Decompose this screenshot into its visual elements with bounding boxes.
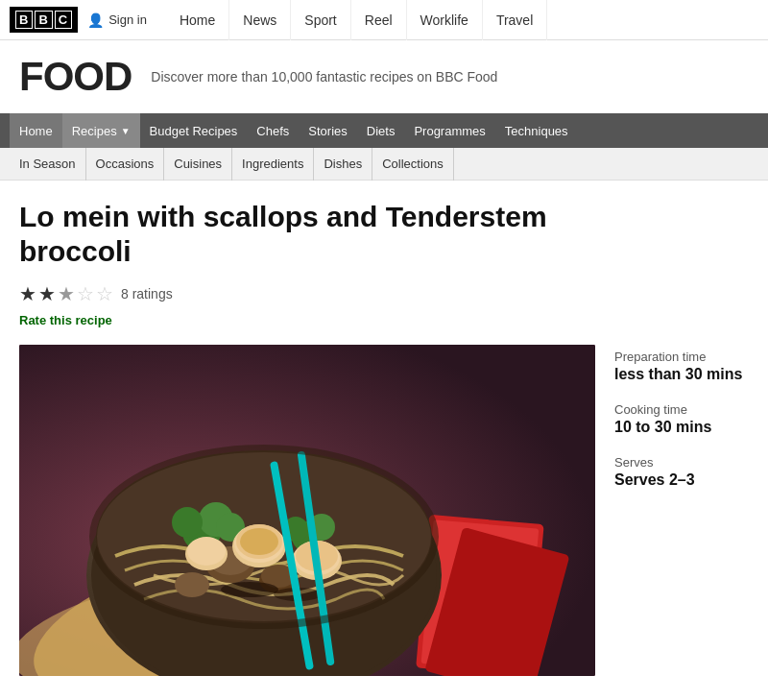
star-rating[interactable]: ★ ★ ★ ☆ ☆ [19,282,113,305]
serves-label: Serves [614,455,749,470]
tert-nav-ingredients[interactable]: Ingredients [232,148,314,181]
sec-nav-recipes[interactable]: Recipes ▼ [62,113,140,148]
sec-nav-home[interactable]: Home [10,113,62,148]
cooking-time-label: Cooking time [614,402,749,417]
top-nav-links: Home News Sport Reel Worklife Travel [166,0,758,40]
prep-time-block: Preparation time less than 30 mins [614,350,749,383]
cooking-time-value: 10 to 30 mins [614,419,749,436]
svg-point-35 [221,582,278,597]
recipe-info: Preparation time less than 30 mins Cooki… [614,345,749,489]
sec-nav-techniques[interactable]: Techniques [495,113,578,148]
tert-nav-collections[interactable]: Collections [372,148,454,181]
rating-row: ★ ★ ★ ☆ ☆ 8 ratings [19,282,749,305]
chevron-down-icon: ▼ [121,126,131,136]
tert-nav-dishes[interactable]: Dishes [314,148,372,181]
tertiary-navigation: In Season Occasions Cuisines Ingredients… [0,148,768,181]
sign-in-button[interactable]: 👤 Sign in [87,12,147,28]
prep-time-value: less than 30 mins [614,366,749,383]
sec-nav-programmes[interactable]: Programmes [404,113,494,148]
serves-value: Serves 2–3 [614,471,749,489]
svg-point-34 [187,537,226,566]
star-1[interactable]: ★ [19,282,36,305]
nav-reel[interactable]: Reel [351,0,407,40]
food-header: FOOD Discover more than 10,000 fantastic… [0,40,768,113]
recipe-title: Lo mein with scallops and Tenderstem bro… [19,200,614,269]
rate-recipe-link[interactable]: Rate this recipe [19,313,112,327]
nav-home[interactable]: Home [166,0,229,40]
food-tagline: Discover more than 10,000 fantastic reci… [151,69,497,84]
star-5[interactable]: ☆ [96,282,113,305]
rating-count: 8 ratings [121,286,173,302]
sec-nav-budget[interactable]: Budget Recipes [140,113,248,148]
star-2[interactable]: ★ [38,282,56,305]
sign-in-label: Sign in [108,12,147,27]
top-navigation: BBC 👤 Sign in Home News Sport Reel Workl… [0,0,768,40]
nav-news[interactable]: News [229,0,291,40]
prep-time-label: Preparation time [614,350,749,364]
nav-sport[interactable]: Sport [291,0,350,40]
svg-point-20 [172,507,203,538]
main-content: Lo mein with scallops and Tenderstem bro… [0,181,768,700]
cooking-time-block: Cooking time 10 to 30 mins [614,402,749,436]
sec-nav-stories[interactable]: Stories [299,113,356,148]
tert-nav-in-season[interactable]: In Season [19,148,86,181]
food-logo[interactable]: FOOD [19,54,132,100]
nav-travel[interactable]: Travel [483,0,547,40]
svg-point-17 [175,572,209,597]
user-icon: 👤 [87,12,104,28]
tert-nav-occasions[interactable]: Occasions [86,148,165,181]
tert-nav-cuisines[interactable]: Cuisines [164,148,232,181]
recipe-image: 古 儀 祥 [19,345,595,676]
star-4[interactable]: ☆ [77,282,94,305]
bbc-logo[interactable]: BBC [10,7,78,33]
sec-nav-diets[interactable]: Diets [357,113,405,148]
serves-block: Serves Serves 2–3 [614,455,749,489]
star-3[interactable]: ★ [58,282,75,305]
svg-point-29 [240,528,278,555]
nav-worklife[interactable]: Worklife [407,0,483,40]
recipe-body: 古 儀 祥 [19,345,749,676]
secondary-navigation: Home Recipes ▼ Budget Recipes Chefs Stor… [0,113,768,148]
sec-nav-chefs[interactable]: Chefs [247,113,299,148]
